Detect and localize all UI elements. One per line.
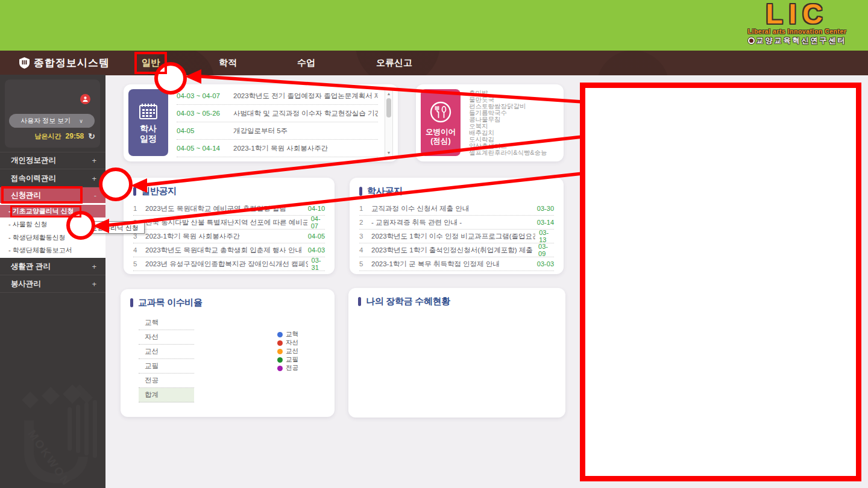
submenu-item-liberal-clinic[interactable]: - 기초교양클리닉 신청: [0, 205, 105, 217]
general-notice-card: 일반공지 12023년도 목원대학교 예비군연 훈련일정 알림04-10 2전국…: [124, 178, 335, 274]
main-navbar: [0, 51, 868, 75]
session-time-row: 남은시간 29:58 ↻: [5, 130, 95, 142]
legend-dot-icon: [277, 340, 283, 346]
sidebar-item-access-history[interactable]: 접속이력관리 +: [0, 170, 105, 187]
academic-notice-list: 1교직과정 이수 신청서 제출 안내03-30 2- 교원자격증 취득 관련 안…: [359, 202, 554, 271]
completion-row: 자선: [139, 330, 194, 345]
notice-row[interactable]: 42023학년도 1학기 출석인정신청서(취업계포함) 제출 안내03-09: [359, 243, 554, 257]
sidebar-item-applications[interactable]: 신청관리 -: [0, 187, 105, 203]
completion-row: 교선: [139, 345, 194, 359]
scrollbar-thumb[interactable]: [386, 98, 391, 117]
calendar-icon: [137, 102, 159, 120]
nav-item-classes[interactable]: 수업: [291, 51, 322, 75]
notice-row[interactable]: 52023-1학기 군 복무 취득학점 인정제 안내03-03: [359, 257, 554, 271]
calendar-entry[interactable]: 04-03 ~ 04-072023학년도 전기 졸업예정자 졸업논문계획서 제출…: [177, 87, 378, 105]
mokwon-watermark: MOKWON 1954: [7, 384, 104, 488]
course-completion-title: 교과목 이수비율: [138, 297, 203, 308]
notice-row[interactable]: 32023학년도 1학기 이수 인정 비교과프로그램(졸업요건) 안내03-13: [359, 230, 554, 243]
legend-item: 교핵: [277, 330, 298, 339]
notice-row[interactable]: 2전국 동시다발 산불 특별재난지역 선포에 따른 예비군 훈련 참고04-07: [133, 216, 325, 230]
card-header: 일반공지: [133, 186, 177, 197]
legend-dot-icon: [277, 349, 283, 354]
nav-item-error-report[interactable]: 오류신고: [369, 51, 420, 75]
scholarship-card: 나의 장학금 수혜현황: [348, 288, 565, 418]
chevron-down-icon: ∨: [79, 118, 83, 124]
page: LIC Liberal arts Innovation Center 교양교육혁…: [0, 0, 868, 488]
lunch-menu-list: 흑미밥 물만둣국 펀스토랑쌈장닭갈비 들기름막국수 콩나물무침 오복지 배추김치…: [469, 90, 559, 156]
calendar-scrollbar[interactable]: ▲ ▼: [385, 89, 393, 157]
menu-tooltip: 기초교양클리닉 신청: [71, 221, 145, 234]
header-bar-icon: [133, 187, 136, 196]
academic-calendar-card: 학사 일정 04-03 ~ 04-072023학년도 전기 졸업예정자 졸업논문…: [124, 84, 398, 161]
scroll-up-icon[interactable]: ▲: [385, 90, 392, 97]
lic-logo: LIC Liberal arts Innovation Center 교양교육혁…: [732, 1, 862, 50]
legend-dot-icon: [277, 366, 283, 371]
calendar-icon-block: 학사 일정: [128, 89, 168, 156]
notice-row[interactable]: 2- 교원자격증 취득 관련 안내 -03-14: [359, 216, 554, 230]
plus-icon: +: [92, 156, 96, 165]
user-info-button[interactable]: 사용자 정보 보기 ∨: [9, 114, 95, 128]
legend-item: 전공: [277, 364, 298, 372]
refresh-icon[interactable]: ↻: [88, 132, 95, 140]
sidebar-item-dormitory[interactable]: 생활관 관리 +: [0, 258, 105, 275]
completion-row: 교필: [139, 359, 194, 374]
legend-dot-icon: [277, 357, 283, 363]
legend-dot-icon: [277, 332, 283, 337]
plus-icon: +: [92, 262, 96, 271]
lic-korean-name: 교양교육혁신연구센터: [732, 36, 862, 46]
notice-row[interactable]: 42023학년도 목원대학교 총학생회 입춘제 행사 안내04-03: [133, 243, 325, 257]
general-notice-list: 12023년도 목원대학교 예비군연 훈련일정 알림04-10 2전국 동시다발…: [133, 202, 325, 271]
notice-row[interactable]: 12023년도 목원대학교 예비군연 훈련일정 알림04-10: [133, 202, 325, 216]
calendar-entry[interactable]: 04-05 ~ 04-142023-1학기 목원 사회봉사주간: [177, 140, 378, 157]
card-header: 교과목 이수비율: [130, 297, 203, 308]
lic-subtitle: Liberal arts Innovation Center: [732, 28, 862, 35]
completion-table: 교핵 자선 교선 교필 전공 합계: [139, 316, 194, 402]
minus-icon: -: [94, 191, 96, 200]
submenu-item-group-activity-report[interactable]: - 학생단체활동보고서: [0, 244, 105, 257]
header-bar-icon: [130, 298, 133, 307]
notice-row[interactable]: 32023-1학기 목원 사회봉사주간04-05: [133, 230, 325, 243]
legend-item: 자선: [277, 339, 298, 347]
lunch-menu-item: 셀프계란후라이&식빵&숭늉: [469, 149, 559, 156]
legend-item: 교선: [277, 347, 298, 355]
card-header: 나의 장학금 수혜현황: [358, 296, 450, 307]
general-notice-title: 일반공지: [141, 186, 177, 197]
utensils-icon: [429, 100, 453, 124]
completion-row: 전공: [139, 374, 194, 388]
calendar-card-label: 학사 일정: [140, 124, 157, 144]
time-remaining-value: 29:58: [66, 132, 84, 140]
time-remaining-label: 남은시간: [35, 132, 61, 141]
legend-item: 교필: [277, 355, 298, 364]
notice-row[interactable]: 52023년 유성구장애인종합복지관 장애인식개선 캠페인 자원봉사자03-31: [133, 257, 325, 271]
header-bar-icon: [358, 297, 361, 306]
annotation-highlight-rect: [580, 83, 861, 481]
plus-icon: +: [92, 174, 96, 183]
chart-legend: 교핵 자선 교선 교필 전공: [277, 330, 298, 372]
scholarship-title: 나의 장학금 수혜현황: [366, 296, 450, 307]
lunch-card-label: 오병이어 (점심): [426, 128, 456, 146]
calendar-entries: 04-03 ~ 04-072023학년도 전기 졸업예정자 졸업논문계획서 제출…: [177, 87, 378, 157]
notice-row[interactable]: 1교직과정 이수 신청서 제출 안내03-30: [359, 202, 554, 216]
completion-row-total: 합계: [139, 388, 194, 402]
course-completion-card: 교과목 이수비율 교핵 자선 교선 교필 전공 합계 교핵 자선 교선 교필 전…: [121, 289, 335, 417]
academic-notice-card: 학사공지 1교직과정 이수 신청서 제출 안내03-30 2- 교원자격증 취득…: [350, 178, 564, 274]
calendar-entry[interactable]: 04-05개강일로부터 5주: [177, 122, 378, 140]
academic-notice-title: 학사공지: [367, 186, 403, 197]
sidebar-item-volunteer[interactable]: 봉사관리 +: [0, 275, 105, 293]
school-emblem-icon: [19, 57, 30, 71]
cafeteria-icon-block: 오병이어 (점심): [421, 89, 461, 156]
nav-item-records[interactable]: 학적: [212, 51, 244, 75]
lic-logo-text: LIC: [732, 1, 862, 27]
university-emblem-icon: [748, 37, 755, 44]
completion-row: 교핵: [139, 316, 194, 330]
plus-icon: +: [92, 280, 96, 289]
nav-item-general[interactable]: 일반: [134, 51, 167, 75]
sidebar-item-personal-info[interactable]: 개인정보관리 +: [0, 152, 105, 169]
app-title: 종합정보시스템: [34, 51, 110, 75]
header-bar-icon: [359, 187, 362, 196]
lunch-menu-card: 오병이어 (점심) 흑미밥 물만둣국 펀스토랑쌈장닭갈비 들기름막국수 콩나물무…: [416, 84, 564, 161]
scroll-down-icon[interactable]: ▼: [385, 149, 392, 156]
calendar-entry[interactable]: 04-03 ~ 05-26사범대학 및 교직과정 이수자 학교현장실습 기간(4…: [177, 105, 378, 122]
card-header: 학사공지: [359, 186, 403, 197]
logout-icon[interactable]: [80, 94, 90, 104]
